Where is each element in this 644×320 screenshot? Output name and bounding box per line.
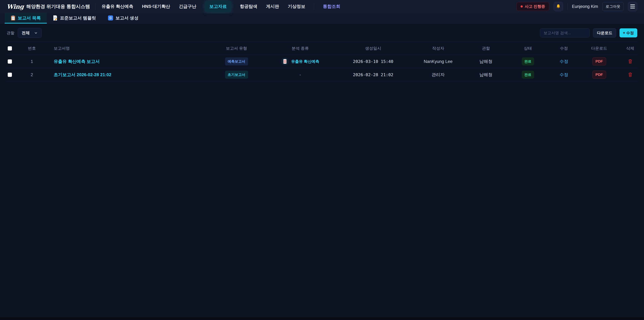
filter-right: 다운로드 + 수정 — [540, 28, 637, 38]
jurisdiction-select[interactable]: 전체 — [18, 28, 42, 38]
incident-status-badge: 사고 진행중 — [516, 2, 549, 11]
column-header-jurisdiction: 관할 — [469, 46, 503, 51]
chevron-down-icon — [34, 31, 38, 35]
nav-item-integrated-search[interactable]: 통합조회 — [323, 4, 340, 10]
horizontal-scrollbar[interactable] — [0, 317, 644, 320]
incident-badge-label: 사고 진행중 — [525, 4, 545, 9]
app-title: 해양환경 위기대응 통합시스템 — [26, 3, 90, 10]
status-badge: 완료 — [522, 71, 534, 79]
column-header-created-at: 생성일시 — [339, 46, 408, 51]
edit-link[interactable]: 수정 — [560, 72, 568, 78]
column-header-status: 상태 — [503, 46, 552, 51]
tab-report-list-label: 보고서 목록 — [18, 15, 41, 21]
notifications-button[interactable] — [554, 2, 563, 11]
main-content: 관할 전체 다운로드 + 수정 번호 보고서명 보고서 유형 분석 종류 생성일… — [0, 28, 644, 81]
main-nav: 유출유 확산예측 HNS·대기확산 긴급구난 보고자료 항공탐색 게시판 기상정… — [102, 1, 340, 12]
clipboard-icon — [11, 15, 16, 21]
column-header-edit: 수정 — [552, 46, 575, 51]
nav-item-oil-spill-prediction[interactable]: 유출유 확산예측 — [102, 4, 133, 10]
table-row: 2 초기보고서 2026-02-28 21:02 초기보고서 - 2026-02… — [7, 68, 637, 81]
tab-bar: 보고서 목록 표준보고서 템플릿 보고서 생성 — [0, 13, 644, 24]
divider — [567, 3, 568, 10]
table-header-row: 번호 보고서명 보고서 유형 분석 종류 생성일시 작성자 관할 상태 수정 다… — [7, 42, 637, 55]
filter-toolbar: 관할 전체 다운로드 + 수정 — [7, 28, 637, 38]
nav-item-emergency-rescue[interactable]: 긴급구난 — [179, 4, 196, 10]
jurisdiction-filter-label: 관할 — [7, 30, 14, 36]
status-badge: 완료 — [522, 57, 534, 66]
tab-create-report[interactable]: 보고서 생성 — [102, 13, 144, 24]
trash-icon — [628, 59, 632, 64]
edit-link[interactable]: 수정 — [560, 59, 568, 65]
report-name-link[interactable]: 초기보고서 2026-02-28 21:02 — [54, 72, 111, 78]
analysis-type: 유출유 확산예측 — [281, 58, 319, 65]
trash-icon — [628, 72, 632, 77]
report-type-badge: 예측보고서 — [225, 57, 248, 66]
tab-standard-template[interactable]: 표준보고서 템플릿 — [47, 13, 102, 24]
nav-item-aerial-search[interactable]: 항공탐색 — [240, 4, 257, 10]
divider — [96, 3, 96, 10]
nav-item-reports-active[interactable]: 보고자료 — [205, 1, 231, 12]
row-checkbox[interactable] — [8, 73, 12, 77]
tab-create-report-label: 보고서 생성 — [116, 15, 138, 21]
author: 관리자 — [432, 72, 445, 78]
user-name: Eunjeong Kim — [572, 4, 598, 9]
logout-button[interactable]: 로그아웃 — [602, 2, 624, 11]
red-dot-icon — [520, 5, 523, 8]
filter-left: 관할 전체 — [7, 28, 42, 38]
delete-button[interactable] — [628, 72, 632, 77]
report-name-link[interactable]: 유출유 확산예측 보고서 — [54, 59, 100, 65]
row-checkbox[interactable] — [8, 59, 12, 64]
report-search-input[interactable] — [540, 28, 590, 38]
brand: Wing 해양환경 위기대응 통합시스템 — [7, 3, 90, 10]
pdf-download-button[interactable]: PDF — [592, 57, 606, 66]
column-header-delete: 삭제 — [623, 46, 637, 51]
nav-item-weather-info[interactable]: 기상정보 — [288, 4, 305, 10]
memo-icon — [53, 15, 58, 21]
report-type-badge: 초기보고서 — [225, 71, 248, 79]
analysis-type-label: 유출유 확산예측 — [291, 59, 319, 64]
column-header-author: 작성자 — [408, 46, 469, 51]
menu-button[interactable] — [628, 2, 637, 11]
created-at: 2026-03-10 15:40 — [353, 59, 394, 64]
row-number: 1 — [31, 59, 33, 64]
download-button[interactable]: 다운로드 — [593, 28, 616, 38]
bell-icon — [556, 4, 561, 9]
hamburger-icon — [630, 5, 635, 9]
select-all-checkbox[interactable] — [8, 46, 12, 51]
refresh-icon — [108, 16, 113, 21]
oil-drum-icon — [281, 58, 289, 65]
column-header-report-type: 보고서 유형 — [211, 46, 262, 51]
column-header-number: 번호 — [17, 46, 47, 51]
report-table: 번호 보고서명 보고서 유형 분석 종류 생성일시 작성자 관할 상태 수정 다… — [7, 42, 637, 81]
tab-standard-template-label: 표준보고서 템플릿 — [60, 15, 96, 21]
nav-item-hns-air-diffusion[interactable]: HNS·대기확산 — [142, 4, 170, 10]
delete-button[interactable] — [628, 59, 632, 64]
pdf-download-button[interactable]: PDF — [592, 71, 606, 79]
top-right-area: 사고 진행중 Eunjeong Kim 로그아웃 — [516, 2, 637, 11]
top-bar: Wing 해양환경 위기대응 통합시스템 유출유 확산예측 HNS·대기확산 긴… — [0, 0, 644, 13]
column-header-analysis-type: 분석 종류 — [262, 46, 339, 51]
row-number: 2 — [31, 72, 33, 77]
wing-logo: Wing — [7, 3, 24, 10]
jurisdiction: 남해청 — [480, 72, 492, 78]
table-row: 1 유출유 확산예측 보고서 예측보고서 유출유 확산예측 2026-03-10… — [7, 55, 637, 68]
column-header-report-name: 보고서명 — [47, 46, 211, 51]
tab-report-list[interactable]: 보고서 목록 — [5, 13, 47, 24]
column-header-download: 다운로드 — [575, 46, 623, 51]
analysis-type-label: - — [300, 72, 301, 77]
add-edit-button[interactable]: + 수정 — [620, 28, 637, 38]
nav-item-board[interactable]: 게시판 — [266, 4, 279, 10]
author: NanKyung Lee — [424, 59, 452, 64]
created-at: 2026-02-28 21:02 — [353, 72, 394, 77]
jurisdiction: 남해청 — [480, 59, 492, 65]
jurisdiction-select-value: 전체 — [22, 30, 30, 36]
